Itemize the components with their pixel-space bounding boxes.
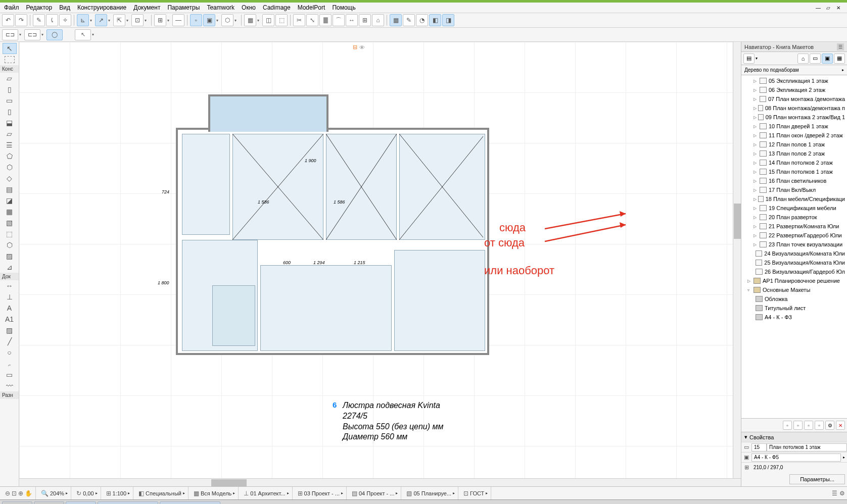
eyedropper-icon[interactable]: ✎	[33, 14, 45, 26]
marquee-mode1-icon[interactable]: ⊏⊐	[2, 29, 18, 40]
mesh-tool[interactable]: ▦	[3, 206, 17, 217]
filter-icon[interactable]: ▦	[244, 14, 256, 26]
object-tool[interactable]: ⬚	[3, 228, 17, 239]
filter-value[interactable]: Специальный	[146, 490, 181, 496]
menu-cadimage[interactable]: Cadimage	[263, 4, 291, 11]
zoom-fit-icon[interactable]: ⊡	[12, 490, 17, 497]
fillet-icon[interactable]: ⌒	[333, 14, 345, 26]
tree-item-07[interactable]: ▷07 План монтажа /демонтажа	[741, 94, 847, 104]
tree-item-05[interactable]: ▷05 Экспликация 1 этаж	[741, 76, 847, 85]
tree-item-12[interactable]: ▷12 План полов 1 этаж	[741, 140, 847, 149]
menu-options[interactable]: Параметры	[167, 4, 200, 11]
surface-snap-icon[interactable]: ▣	[203, 14, 215, 26]
tree-item-16[interactable]: ▷16 План светильников	[741, 176, 847, 185]
status-menu-icon[interactable]: ☰	[832, 490, 837, 497]
tree-item-17[interactable]: ▷17 План Вкл/Выкл	[741, 185, 847, 194]
drawing-canvas[interactable]: 1 586 1 586 724 1 800 600 1 294 1 215 1 …	[19, 42, 741, 486]
marquee-mode2-icon[interactable]: ⊏⊐	[24, 29, 40, 40]
window-restore[interactable]: ▱	[824, 4, 833, 11]
zoom-out-icon[interactable]: ⊖	[5, 490, 10, 497]
curtain-wall-tool[interactable]: ▤	[3, 184, 17, 195]
text-tool[interactable]: A	[3, 303, 17, 314]
undo-icon[interactable]: ↶	[2, 14, 14, 26]
status-tab-03[interactable]: 03 Проект - ...	[304, 490, 340, 496]
tree-item-10[interactable]: ▷10 План дверей 1 этаж	[741, 122, 847, 131]
model-value[interactable]: Вся Модель	[201, 490, 231, 496]
tree-item-19[interactable]: ▷19 Спецификация мебели	[741, 204, 847, 213]
skylight-tool[interactable]: ◇	[3, 173, 17, 184]
wand-icon[interactable]: ✧	[59, 14, 71, 26]
navigator-tree[interactable]: ▷05 Экспликация 1 этаж ▷06 Экпликация 2 …	[741, 75, 847, 418]
scale-value[interactable]: 1:100	[113, 490, 127, 496]
show-all-icon[interactable]: ◨	[442, 14, 454, 26]
fill-tool[interactable]: ▨	[3, 325, 17, 336]
polyline-tool[interactable]: ⦧	[3, 358, 17, 369]
master-layout-field[interactable]: А4 - К - Ф5	[751, 453, 841, 462]
tree-item-11[interactable]: ▷11 План окон /дверей 2 этаж	[741, 131, 847, 140]
door-tool[interactable]: ▯	[3, 84, 17, 95]
vertical-scrollbar[interactable]	[734, 204, 741, 239]
snap-guide-icon[interactable]: ⇱	[113, 14, 125, 26]
trace-bar-icon[interactable]: ⊟	[353, 44, 357, 51]
parameters-button[interactable]: Параметры...	[789, 474, 845, 484]
tree-item-13[interactable]: ▷13 План полов 2 этаж	[741, 149, 847, 158]
circle-tool[interactable]: ○	[3, 347, 17, 358]
standard-value[interactable]: ГОСТ	[470, 490, 484, 496]
level-dim-tool[interactable]: ⊥	[3, 291, 17, 303]
update-icon[interactable]: ▫	[815, 421, 824, 430]
tree-master-a4[interactable]: А4 - К - Ф3	[741, 313, 847, 322]
settings-icon[interactable]: ⚙	[825, 421, 834, 430]
taskbar-item-2[interactable]	[34, 501, 64, 505]
tree-master-cover[interactable]: Обложка	[741, 294, 847, 304]
stair-tool[interactable]: ☰	[3, 139, 17, 150]
rotation-value[interactable]: 0,00	[83, 490, 93, 496]
label-tool[interactable]: A1	[3, 314, 17, 325]
quick-options-icon[interactable]: ⚙	[839, 490, 845, 497]
status-tab-01[interactable]: 01 Архитект...	[250, 490, 285, 496]
align-icon[interactable]: ⌂	[372, 14, 384, 26]
grid-snap-icon[interactable]: ⊞	[154, 14, 166, 26]
tree-master-title[interactable]: Титульный лист	[741, 304, 847, 313]
tree-item-18[interactable]: ▷18 План мебели/Спецификаци	[741, 194, 847, 204]
ruler-icon[interactable]: —	[172, 14, 184, 26]
slab-tool[interactable]: ▱	[3, 128, 17, 139]
arrow-tool[interactable]: ↖	[3, 43, 17, 54]
menu-file[interactable]: Файл	[4, 4, 19, 11]
arrow-tool-icon[interactable]: ↖	[75, 29, 91, 40]
dimension-tool[interactable]: ↔	[3, 280, 17, 291]
new-subset-icon[interactable]: ▫	[804, 421, 813, 430]
roof-tool[interactable]: ⬠	[3, 150, 17, 162]
edit-icon[interactable]: ✎	[403, 14, 415, 26]
window-close[interactable]: ✕	[834, 4, 843, 11]
menu-teamwork[interactable]: Teamwork	[207, 4, 234, 11]
tree-item-25[interactable]: 25 Визуализация/Комната Юли	[741, 258, 847, 267]
line-tool[interactable]: ╱	[3, 336, 17, 347]
cutaway-icon[interactable]: ⬚	[275, 14, 288, 26]
properties-header[interactable]: Свойства	[749, 434, 774, 440]
marquee-tool[interactable]	[5, 56, 15, 63]
tree-item-22[interactable]: ▷22 Развертки/Гардероб Юли	[741, 231, 847, 240]
lock-icon[interactable]: ◔	[416, 14, 428, 26]
tree-item-21[interactable]: ▷21 Развертки/Комната Юли	[741, 222, 847, 231]
new-master-icon[interactable]: ▫	[793, 421, 803, 430]
redo-icon[interactable]: ↷	[15, 14, 27, 26]
beam-tool[interactable]: ⬓	[3, 117, 17, 128]
layout-id-field[interactable]: 15	[751, 443, 767, 451]
morph-tool[interactable]: ◪	[3, 195, 17, 206]
spline-tool[interactable]: 〰	[3, 380, 17, 391]
tree-item-08[interactable]: ▷08 План монтажа/демонтажа п	[741, 104, 847, 113]
taskbar-item-3[interactable]	[66, 501, 96, 505]
syringe-icon[interactable]: ⤹	[46, 14, 58, 26]
group-suspend-icon[interactable]: ▦	[390, 14, 402, 26]
element-snap-icon[interactable]: ▫	[190, 14, 202, 26]
status-tab-05[interactable]: 05 Планируе...	[413, 490, 451, 496]
taskbar-item-1[interactable]	[2, 501, 32, 505]
window-minimize[interactable]: —	[814, 4, 823, 11]
menu-modelport[interactable]: ModelPort	[298, 4, 325, 11]
suspend-group-icon[interactable]: ⬡	[221, 14, 233, 26]
marquee-mode3-icon[interactable]: ◯	[46, 29, 63, 40]
tree-item-06[interactable]: ▷06 Экпликация 2 этаж	[741, 85, 847, 94]
tree-item-26[interactable]: 26 Визуализация/Гардероб Юл	[741, 267, 847, 276]
status-tab-04[interactable]: 04 Проект - ...	[359, 490, 394, 496]
snap-xy-icon[interactable]: ⊾	[77, 14, 89, 26]
